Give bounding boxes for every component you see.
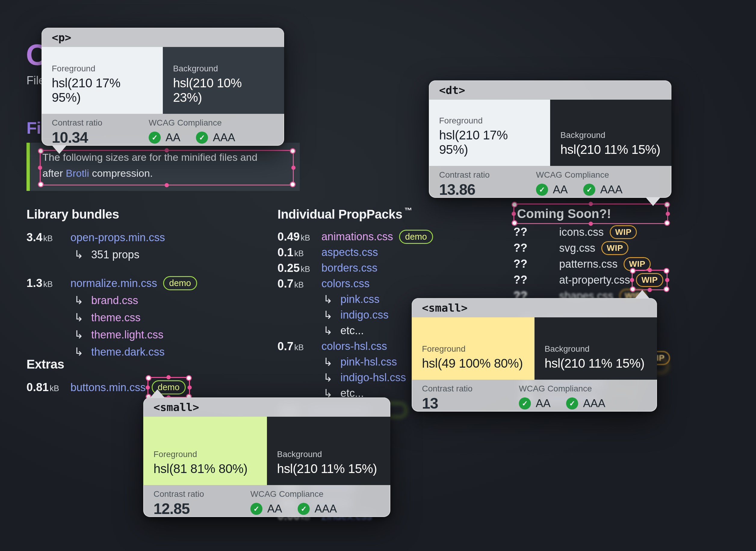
wcag-marks: ✓AA✓AAA	[536, 183, 622, 196]
return-arrow-icon: ↳	[323, 371, 333, 384]
selection-handle[interactable]	[146, 385, 150, 390]
wip-badge: WIP	[636, 273, 663, 287]
file-link[interactable]: brand.css	[91, 294, 138, 307]
file-link[interactable]: indigo.css	[340, 309, 389, 321]
contrast-ratio-block: Contrast ratio12.85	[153, 489, 250, 517]
section-title: Individual PropPacks ™	[277, 206, 433, 221]
wcag-marks: ✓AA✓AAA	[250, 503, 337, 515]
file-size-unit: kB	[43, 234, 53, 243]
file-link[interactable]: theme.light.css	[91, 329, 163, 341]
list-item: 0.7kBcolors.css	[277, 276, 433, 292]
file-link[interactable]: buttons.min.css	[70, 381, 146, 394]
file-size-value: 1.3	[26, 277, 42, 290]
check-icon: ✓	[298, 503, 310, 515]
swatch-label: Foreground	[52, 64, 153, 73]
popover-footer: Contrast ratio12.85WCAG Compliance✓AA✓AA…	[143, 485, 390, 517]
file-size: 0.7kB	[277, 340, 321, 353]
popover-footer: Contrast ratio10.34WCAG Compliance✓AA✓AA…	[42, 114, 284, 146]
popover-tail-icon	[635, 290, 650, 299]
file-size-value: 3.4	[26, 231, 42, 243]
file-entry: animations.cssdemo	[321, 230, 433, 244]
demo-badge[interactable]: demo	[163, 276, 197, 290]
file-name: icons.css	[559, 226, 604, 238]
popover-footer: Contrast ratio13WCAG Compliance✓AA✓AAA	[412, 380, 657, 412]
sub-file-entry: ↳theme.dark.css	[70, 345, 165, 358]
quote-line2-prefix: after	[42, 167, 66, 179]
wcag-level-label: AA	[267, 503, 282, 515]
brotli-link[interactable]: Brotli	[66, 167, 89, 179]
return-arrow-icon: ↳	[323, 324, 333, 337]
file-link[interactable]: colors.css	[321, 277, 370, 290]
file-link[interactable]: theme.css	[91, 311, 141, 324]
swatch-pair: Foregroundhsl(210 17% 95%)Backgroundhsl(…	[42, 47, 284, 114]
file-link[interactable]: aspects.css	[321, 246, 378, 258]
file-link[interactable]: indigo-hsl.css	[340, 371, 406, 384]
selection-handle[interactable]	[666, 212, 670, 216]
file-entry: normalize.min.cssdemo	[70, 276, 197, 290]
popover-tail-icon	[52, 145, 67, 154]
return-arrow-icon: ↳	[74, 328, 83, 341]
coming-soon-item: ??patterns.cssWIP	[513, 256, 663, 272]
open-props-page: O File Fi The following sizes are for th…	[0, 0, 756, 551]
file-link[interactable]: open-props.min.css	[70, 231, 165, 244]
sub-list-item: ↳indigo-hsl.css	[277, 370, 433, 385]
selection-handle[interactable]	[166, 375, 171, 379]
swatch-value: hsl(210 11% 15%)	[277, 462, 380, 476]
check-icon: ✓	[519, 398, 531, 410]
wcag-label: WCAG Compliance	[250, 489, 337, 499]
wcag-level-label: AAA	[600, 183, 622, 196]
contrast-ratio-label: Contrast ratio	[52, 118, 149, 128]
file-link[interactable]: theme.dark.css	[91, 346, 165, 358]
wcag-level-label: AA	[166, 131, 180, 144]
file-size: 0.25kB	[277, 261, 321, 274]
sub-list-item: ↳theme.light.css	[26, 326, 197, 343]
contrast-ratio-label: Contrast ratio	[422, 384, 519, 394]
file-link[interactable]: normalize.min.css	[70, 277, 157, 290]
sub-list-item: ↳theme.css	[26, 309, 197, 326]
selection-handle[interactable]	[630, 278, 634, 282]
selection-handle[interactable]	[146, 375, 151, 381]
popover-header: <small>	[412, 298, 657, 317]
wcag-level-label: AA	[553, 183, 568, 196]
file-link[interactable]: pink.css	[340, 293, 380, 306]
file-size-value: 0.1	[277, 246, 293, 258]
coming-soon-item: ??at-property.cssWIP	[513, 272, 663, 288]
return-arrow-icon: ↳	[74, 248, 83, 261]
wcag-aa-pass: ✓AA	[536, 183, 568, 196]
swatch-value: hsl(210 10% 23%)	[173, 76, 274, 105]
wcag-block: WCAG Compliance✓AA✓AAA	[149, 118, 235, 146]
wcag-level-label: AAA	[583, 397, 605, 410]
proppacks-section: Individual PropPacks ™0.49kBanimations.c…	[277, 206, 433, 401]
selection-handle[interactable]	[664, 202, 670, 207]
file-size-unit: kB	[43, 280, 53, 289]
swatch-value: hsl(210 11% 15%)	[560, 142, 661, 157]
file-entry: colors.css	[321, 277, 370, 290]
popover-header: <dt>	[429, 80, 671, 100]
file-link[interactable]: animations.css	[321, 230, 393, 243]
element-tag: <small>	[422, 302, 468, 314]
file-size-unit: kB	[50, 384, 59, 393]
file-entry: open-props.min.css	[70, 231, 165, 244]
contrast-ratio-value: 13.86	[439, 181, 536, 198]
check-icon: ✓	[149, 131, 161, 144]
selection-handle[interactable]	[187, 385, 192, 390]
sub-file-entry: ↳indigo-hsl.css	[321, 371, 406, 384]
sub-list-item: ↳pink-hsl.css	[277, 354, 433, 370]
check-icon: ✓	[583, 184, 595, 196]
contrast-popover: <small>Foregroundhsl(81 81% 80%)Backgrou…	[143, 398, 390, 517]
file-link[interactable]: pink-hsl.css	[340, 356, 397, 368]
file-link[interactable]: colors-hsl.css	[321, 340, 387, 353]
swatch-pair: Foregroundhsl(210 17% 95%)Backgroundhsl(…	[429, 100, 671, 166]
selection-handle[interactable]	[186, 375, 192, 381]
file-size: 0.1kB	[277, 246, 321, 259]
selection-handle[interactable]	[664, 286, 669, 292]
selection-handle[interactable]	[664, 220, 670, 226]
wip-badge: WIP	[624, 257, 651, 271]
swatch-value: hsl(210 11% 15%)	[545, 356, 647, 371]
file-link[interactable]: borders.css	[321, 261, 377, 274]
return-arrow-icon: ↳	[74, 345, 83, 358]
selection-handle[interactable]	[665, 278, 669, 282]
selection-handle[interactable]	[664, 268, 669, 274]
element-tag: <small>	[153, 401, 199, 413]
demo-badge[interactable]: demo	[399, 230, 433, 244]
